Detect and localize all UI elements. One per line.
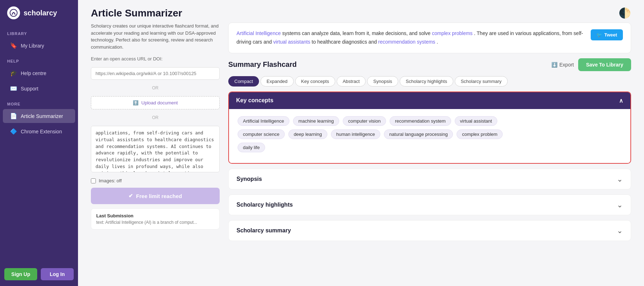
help-icon: 🎓 <box>10 70 17 77</box>
tags-row-3: daily life <box>238 143 622 152</box>
theme-toggle-button[interactable]: 🌓 <box>619 7 631 19</box>
sidebar: scholarcy LIBRARY 🔖 My Library HELP 🎓 He… <box>0 0 78 286</box>
sidebar-bottom-actions: Sign Up Log In <box>0 262 78 286</box>
upload-icon: ⬆️ <box>133 100 138 105</box>
ai-summary-text: Artificial Intelligence systems can anal… <box>236 29 585 46</box>
accordion-scholarcy-summary[interactable]: Scholarcy summary ⌄ <box>228 220 631 241</box>
key-concepts-panel: Key concepts ∧ Artificial Intelligence m… <box>228 92 631 164</box>
library-section-label: LIBRARY <box>0 26 78 38</box>
flashcard-actions: ⬇️ Export Save To Library <box>551 58 631 71</box>
tag-computer-science[interactable]: computer science <box>238 129 285 139</box>
ai-link-virtual-assistants[interactable]: virtual assistants <box>273 39 310 45</box>
scholarcy-highlights-chevron-icon: ⌄ <box>617 201 623 209</box>
tab-scholarcy-summary[interactable]: Scholarcy summary <box>455 76 508 87</box>
article-textarea[interactable]: applications, from self-driving cars and… <box>91 126 220 172</box>
tweet-button[interactable]: 🐦 Tweet <box>591 29 623 40</box>
scholarcy-highlights-title: Scholarcy highlights <box>236 202 293 208</box>
tab-abstract[interactable]: Abstract <box>337 76 366 87</box>
synopsis-title: Synopsis <box>236 176 262 182</box>
tag-artificial-intelligence[interactable]: Artificial Intelligence <box>238 116 289 126</box>
save-to-library-button[interactable]: Save To Library <box>578 58 631 71</box>
twitter-icon: 🐦 <box>596 32 602 38</box>
scholarcy-summary-chevron-icon: ⌄ <box>617 226 623 235</box>
export-button[interactable]: ⬇️ Export <box>551 62 574 68</box>
export-label: Export <box>560 62 574 68</box>
free-limit-label: Free limit reached <box>136 193 182 199</box>
app-name: scholarcy <box>24 9 57 17</box>
chrome-extension-label: Chrome Extension <box>21 129 62 134</box>
key-concepts-panel-header[interactable]: Key concepts ∧ <box>229 92 630 109</box>
synopsis-chevron-icon: ⌄ <box>617 175 623 183</box>
bookmark-icon: 🔖 <box>10 42 17 49</box>
ai-link-artificial-intelligence[interactable]: Artificial Intelligence <box>236 30 281 36</box>
sidebar-item-chrome-extension[interactable]: 🔷 Chrome Extension <box>3 124 75 138</box>
last-submission-title: Last Submission <box>96 213 214 218</box>
upload-document-button[interactable]: ⬆️ Upload document <box>91 96 220 109</box>
article-summarizer-label: Article Summarizer <box>21 113 63 119</box>
ai-link-complex-problems[interactable]: complex problems <box>432 30 473 36</box>
url-label: Enter an open access URL or DOI: <box>91 56 220 61</box>
description-text: Scholarcy creates our unique interactive… <box>91 23 220 50</box>
ai-text-3: to healthcare diagnostics and <box>312 39 378 45</box>
free-limit-button[interactable]: ✔ Free limit reached <box>91 188 220 204</box>
tags-row-1: Artificial Intelligence machine learning… <box>238 116 622 126</box>
support-icon: ✉️ <box>10 85 17 92</box>
tabs-row: Compact Expanded Key concepts Abstract S… <box>228 76 631 87</box>
flashcard-title: Summary Flashcard <box>228 60 297 69</box>
ai-summary-box: Artificial Intelligence systems can anal… <box>228 23 631 53</box>
last-submission-text: text: Artificial Intelligence (AI) is a … <box>96 220 214 225</box>
help-centre-label: Help centre <box>21 70 47 76</box>
sidebar-logo: scholarcy <box>0 0 78 26</box>
sidebar-item-help-centre[interactable]: 🎓 Help centre <box>3 66 75 80</box>
tab-key-concepts[interactable]: Key concepts <box>295 76 335 87</box>
tag-machine-learning[interactable]: machine learning <box>293 116 339 126</box>
tab-expanded[interactable]: Expanded <box>260 76 294 87</box>
login-button[interactable]: Log In <box>41 268 74 280</box>
support-label: Support <box>21 86 38 92</box>
chevron-up-icon: ∧ <box>619 97 623 104</box>
or-divider-2: OR <box>91 115 220 120</box>
main-content: Article Summarizer 🌓 Scholarcy creates o… <box>78 0 644 286</box>
tag-virtual-assistant[interactable]: virtual assistant <box>455 116 498 126</box>
flashcard-header: Summary Flashcard ⬇️ Export Save To Libr… <box>228 58 631 71</box>
ai-text-1: systems can analyze data, learn from it,… <box>282 30 432 36</box>
page-title: Article Summarizer <box>91 8 182 19</box>
ai-text-4: . <box>437 39 438 45</box>
tweet-label: Tweet <box>604 32 617 38</box>
url-input[interactable] <box>91 67 220 80</box>
accordion-synopsis[interactable]: Synopsis ⌄ <box>228 169 631 189</box>
chrome-icon: 🔷 <box>10 128 17 135</box>
last-submission-card: Last Submission text: Artificial Intelli… <box>91 208 220 230</box>
tag-natural-language-processing[interactable]: natural language processing <box>384 129 453 139</box>
tab-scholarcy-highlights[interactable]: Scholarcy highlights <box>400 76 453 87</box>
more-section-label: MORE <box>0 96 78 108</box>
images-toggle-label[interactable]: Images: off <box>91 178 220 183</box>
signup-button[interactable]: Sign Up <box>4 268 37 280</box>
sidebar-item-my-library[interactable]: 🔖 My Library <box>3 39 75 53</box>
or-divider-1: OR <box>91 85 220 90</box>
scholarcy-summary-title: Scholarcy summary <box>236 227 291 234</box>
tag-daily-life[interactable]: daily life <box>238 143 265 152</box>
tag-complex-problem[interactable]: complex problem <box>457 129 503 139</box>
tag-human-intelligence[interactable]: human intelligence <box>331 129 380 139</box>
tag-deep-learning[interactable]: deep learning <box>288 129 327 139</box>
ai-link-recommendation-systems[interactable]: recommendation systems <box>378 39 435 45</box>
checkmark-icon: ✔ <box>128 193 133 199</box>
images-toggle-text: Images: off <box>99 178 122 183</box>
article-textarea-wrapper: applications, from self-driving cars and… <box>91 126 220 174</box>
main-header: Article Summarizer 🌓 <box>78 0 644 23</box>
tag-recommendation-system[interactable]: recommendation system <box>390 116 451 126</box>
right-column: Artificial Intelligence systems can anal… <box>228 23 631 279</box>
tab-synopsis[interactable]: Synopsis <box>367 76 398 87</box>
sidebar-item-article-summarizer[interactable]: 📄 Article Summarizer <box>3 109 75 123</box>
sidebar-item-support[interactable]: ✉️ Support <box>3 82 75 95</box>
tab-compact[interactable]: Compact <box>228 76 259 87</box>
key-concepts-panel-body: Artificial Intelligence machine learning… <box>229 109 630 163</box>
tag-computer-vision[interactable]: computer vision <box>343 116 386 126</box>
images-checkbox[interactable] <box>91 178 96 183</box>
accordion-scholarcy-highlights[interactable]: Scholarcy highlights ⌄ <box>228 194 631 215</box>
article-icon: 📄 <box>10 113 17 119</box>
key-concepts-title: Key concepts <box>236 97 273 104</box>
logo-icon <box>7 6 20 19</box>
my-library-label: My Library <box>21 43 44 49</box>
